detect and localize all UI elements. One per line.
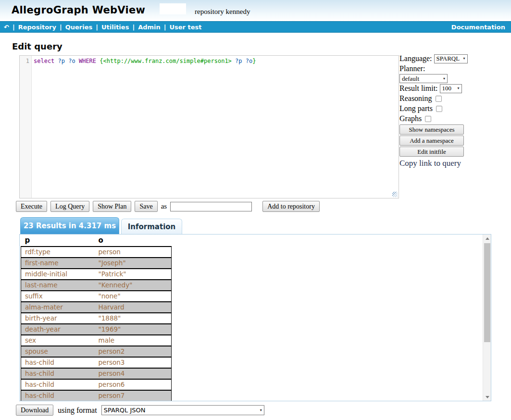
log-query-button[interactable]: Log Query: [50, 201, 89, 212]
result-limit-select[interactable]: 100 ▾: [440, 84, 462, 93]
scrollbar-thumb[interactable]: [484, 243, 490, 342]
table-row: rdf:typeperson: [21, 247, 172, 258]
table-row: has-childperson6: [21, 379, 172, 390]
table-row: suffix"none": [21, 291, 172, 302]
chevron-down-icon: ▾: [260, 408, 262, 412]
code-variables: ?p ?o: [232, 58, 252, 64]
table-row: has-childperson4: [21, 368, 172, 379]
app-header: AllegroGraph WebView repository kennedy: [0, 0, 511, 21]
code-brace-open: {: [100, 58, 103, 64]
language-select[interactable]: SPARQL ▾: [434, 54, 468, 63]
reasoning-checkbox[interactable]: [436, 96, 442, 102]
table-row: spouseperson2: [21, 346, 172, 357]
scroll-up-icon[interactable]: [483, 235, 491, 242]
nav-item-utilities[interactable]: Utilities: [101, 24, 129, 31]
chevron-down-icon: ▾: [443, 74, 445, 84]
nav-separator: |: [12, 24, 15, 31]
app-title: AllegroGraph WebView: [12, 4, 145, 16]
planner-label: Planner:: [399, 64, 425, 74]
table-row: last-name"Kennedy": [21, 280, 172, 291]
graphs-checkbox[interactable]: [425, 116, 431, 122]
result-limit-label: Result limit:: [399, 84, 438, 93]
planner-select[interactable]: default ▾: [399, 74, 448, 83]
save-name-input[interactable]: [170, 202, 252, 211]
download-button[interactable]: Download: [16, 405, 53, 416]
long-parts-label: Long parts: [399, 104, 433, 113]
show-namespaces-button[interactable]: Show namespaces: [399, 124, 464, 135]
table-header-row: p o: [21, 235, 172, 247]
nav-item-queries[interactable]: Queries: [65, 24, 93, 31]
table-row: sexmale: [21, 335, 172, 346]
repository-label: repository kennedy: [195, 8, 250, 16]
execute-button[interactable]: Execute: [16, 201, 47, 212]
query-options-sidebar: Language: SPARQL ▾ Planner: default ▾ Re…: [399, 54, 473, 168]
table-row: has-childperson3: [21, 357, 172, 368]
column-header-p: p: [21, 235, 95, 247]
query-code[interactable]: select ?p ?o WHERE {<http://www.franz.co…: [32, 56, 399, 198]
nav-item-documentation[interactable]: Documentation: [451, 24, 505, 31]
edit-initfile-button[interactable]: Edit initfile: [399, 147, 464, 157]
nav-left: ↶ | Repository | Queries | Utilities | A…: [4, 24, 202, 31]
long-parts-checkbox[interactable]: [436, 106, 442, 112]
action-bar: Execute Log Query Show Plan Save as Add …: [16, 201, 320, 212]
format-select[interactable]: SPARQL JSON ▾: [101, 405, 264, 415]
graphs-label: Graphs: [399, 114, 422, 124]
tab-information[interactable]: Information: [121, 219, 182, 234]
table-row: alma-materHarvard: [21, 302, 172, 313]
copy-link-to-query[interactable]: Copy link to query: [399, 159, 473, 168]
results-tabs: 23 Results in 4.317 ms Information: [20, 217, 182, 234]
chevron-down-icon: ▾: [458, 84, 460, 93]
table-row: has-childperson7: [21, 390, 172, 401]
nav-separator: |: [132, 24, 135, 31]
code-keyword-select: select: [34, 58, 58, 64]
show-plan-button[interactable]: Show Plan: [93, 201, 131, 212]
nav-item-user-test[interactable]: User test: [170, 24, 202, 31]
code-brace-close: }: [252, 58, 256, 64]
nav-bar: ↶ | Repository | Queries | Utilities | A…: [0, 21, 511, 33]
header-blank-box: [160, 3, 186, 14]
add-to-repository-button[interactable]: Add to repository: [262, 201, 320, 212]
nav-item-admin[interactable]: Admin: [138, 24, 161, 31]
nav-separator: |: [164, 24, 166, 31]
column-header-o: o: [95, 235, 172, 247]
language-label: Language:: [399, 54, 432, 63]
table-row: middle-initial"Patrick": [21, 269, 172, 280]
table-row: first-name"Joseph": [21, 258, 172, 269]
chevron-down-icon: ▾: [463, 54, 465, 63]
query-editor[interactable]: 1 select ?p ?o WHERE {<http://www.franz.…: [19, 55, 399, 198]
nav-item-repository[interactable]: Repository: [18, 24, 56, 31]
download-bar: Download using format SPARQL JSON ▾: [16, 405, 264, 416]
editor-resize-handle[interactable]: [392, 192, 398, 197]
back-arrow-icon[interactable]: ↶: [4, 24, 9, 31]
editor-line-number: 1: [20, 56, 32, 198]
scroll-down-icon[interactable]: [483, 393, 491, 401]
results-panel: p o rdf:typeperson first-name"Joseph" mi…: [19, 234, 491, 401]
table-row: death-year"1969": [21, 324, 172, 335]
as-label: as: [161, 202, 167, 210]
using-format-label: using format: [58, 406, 97, 415]
results-scrollbar[interactable]: [483, 235, 491, 401]
code-variables: ?p ?o: [58, 58, 79, 64]
table-row: birth-year"1888": [21, 313, 172, 324]
code-keyword-where: WHERE: [79, 58, 100, 64]
results-table: p o rdf:typeperson first-name"Joseph" mi…: [21, 235, 172, 401]
nav-separator: |: [60, 24, 62, 31]
reasoning-label: Reasoning: [399, 94, 432, 103]
code-uri: <http://www.franz.com/simple#person1>: [103, 58, 232, 64]
tab-results[interactable]: 23 Results in 4.317 ms: [20, 217, 119, 234]
nav-separator: |: [96, 24, 98, 31]
add-namespace-button[interactable]: Add a namespace: [399, 136, 464, 146]
page-title: Edit query: [12, 41, 62, 51]
save-button[interactable]: Save: [135, 201, 157, 212]
